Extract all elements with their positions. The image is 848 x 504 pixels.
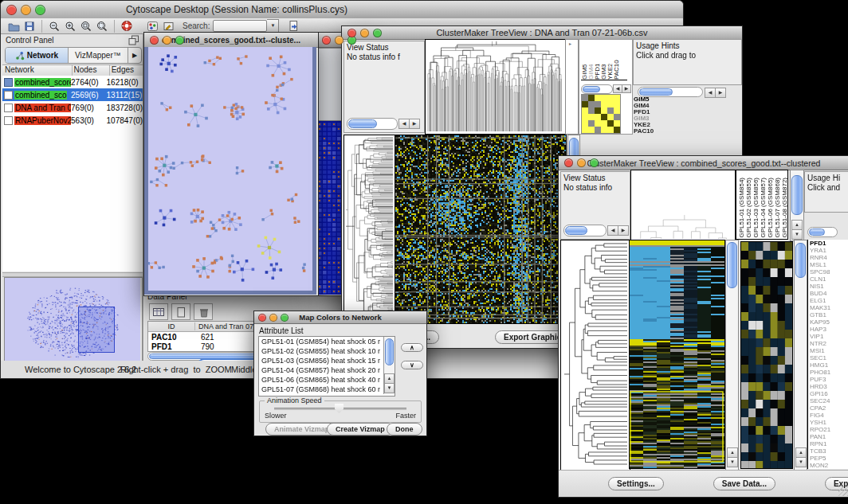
gene-label[interactable]: NTR2	[810, 340, 848, 347]
attribute-list-item[interactable]: GPL51-06 (GSM865) heat shock 40 min	[259, 375, 380, 385]
attribute-list-item[interactable]: GPL51-02 (GSM855) heat shock 10 min	[259, 346, 380, 356]
zoom-window-icon[interactable]	[373, 29, 382, 37]
tv1-col-label[interactable]: GIM5	[581, 64, 587, 80]
create-vizmap-button[interactable]: Create Vizmap	[327, 423, 394, 436]
minimize-icon[interactable]	[21, 5, 31, 15]
tv2-usage-hscrollbar[interactable]	[807, 227, 838, 237]
gene-label[interactable]: RNR4	[810, 254, 848, 261]
search-input[interactable]	[213, 20, 267, 32]
gene-label[interactable]: PEP5	[810, 455, 848, 462]
save-session-button[interactable]	[22, 19, 37, 33]
network-list-row[interactable]: combined_scores_ 2764(0) 16218(0)	[2, 76, 143, 88]
gene-label[interactable]: TCB3	[810, 447, 848, 455]
move-down-button[interactable]: ∨	[401, 361, 423, 369]
tv2-header-vscroll-thumb[interactable]	[791, 175, 803, 215]
tv1-col-label[interactable]: PFD1	[594, 64, 600, 80]
map-dialog-titlebar[interactable]: Map Colors to Network	[254, 311, 426, 324]
zoom-out-button[interactable]	[46, 19, 62, 33]
treeview1-titlebar[interactable]: ClusterMaker TreeView : DNA and Tran 07-…	[342, 26, 742, 40]
attribute-list-vscrollbar[interactable]: ▲ ▼	[383, 337, 395, 394]
gene-label[interactable]: RPO21	[810, 426, 848, 433]
scroll-down-arrow[interactable]: ▼	[795, 457, 807, 467]
gene-label[interactable]: MSI1	[810, 347, 848, 354]
open-session-button[interactable]	[6, 19, 22, 33]
tv2-col-label[interactable]: GPL51-07 (GSM868)	[774, 178, 781, 238]
strip-arrow-icon[interactable]: ▸	[569, 41, 571, 46]
attribute-list-item[interactable]: GPL51-07 (GSM868) heat shock 60 min	[259, 385, 380, 394]
scroll-down-arrow[interactable]: ▼	[727, 457, 738, 467]
network-list-row[interactable]: combined_sco 2569(6) 13112(15)	[2, 88, 143, 101]
tv1-summary-matrix-canvas[interactable]	[581, 94, 621, 134]
minimize-icon[interactable]	[360, 29, 369, 37]
gene-label[interactable]: PHO81	[810, 369, 848, 376]
attribute-list-item[interactable]: GPL51-03 (GSM856) heat shock 15 min	[259, 356, 380, 365]
tv2-usage-hscroll-thumb[interactable]	[809, 229, 825, 236]
gene-label[interactable]: GTB1	[810, 311, 848, 318]
tv2-col-label[interactable]: GPL51-03 (GSM856)	[752, 178, 760, 238]
close-icon[interactable]	[347, 29, 356, 37]
scroll-down-arrow[interactable]: ▼	[384, 383, 395, 393]
tv2-vscroll-thumb[interactable]	[727, 242, 737, 288]
network-list-row[interactable]: DNA and Tran 07 769(0) 183728(0)	[2, 101, 143, 114]
close-icon[interactable]	[6, 5, 17, 15]
tv2-zoom-vscroll-thumb[interactable]	[795, 243, 806, 278]
tv1-status-hscroll-thumb[interactable]	[348, 119, 377, 128]
done-button[interactable]: Done	[387, 423, 422, 436]
close-icon[interactable]	[150, 36, 159, 45]
tv2-status-hscrollbar[interactable]	[563, 225, 607, 236]
minimize-icon[interactable]	[269, 314, 277, 322]
zoom-window-icon[interactable]	[281, 314, 289, 322]
tv2-heatmap[interactable]	[629, 240, 725, 469]
tv2-action-button[interactable]: Save Data...	[713, 477, 775, 490]
network-canvas[interactable]	[148, 47, 312, 291]
gene-label[interactable]: NIS1	[810, 283, 848, 290]
tv2-col-label[interactable]: GPL51-06 (GSM865)	[767, 178, 774, 238]
resize-grip[interactable]	[838, 486, 848, 496]
tv2-row-dendrogram[interactable]	[560, 240, 630, 471]
gene-label[interactable]: ELG1	[810, 297, 848, 304]
main-titlebar[interactable]: Cytoscape Desktop (Session Name: collins…	[1, 1, 683, 19]
delete-attribute-button[interactable]	[194, 303, 213, 320]
gene-label[interactable]: SPC98	[810, 268, 848, 275]
gene-label[interactable]: KAP95	[810, 318, 848, 326]
zoom-window-icon[interactable]	[590, 158, 599, 167]
scroll-right-arrow[interactable]: ▶	[409, 119, 420, 129]
tv2-column-dendrogram[interactable]	[630, 170, 736, 241]
zoom-selected-button[interactable]	[78, 19, 94, 33]
zoom-in-button[interactable]	[62, 19, 78, 33]
zoom-window-icon[interactable]	[175, 36, 184, 45]
tv2-vscrollbar[interactable]: ▲ ▼	[725, 240, 739, 471]
col-edges[interactable]: Edges	[110, 65, 143, 76]
col-nodes[interactable]: Nodes	[73, 65, 110, 76]
attribute-list-item[interactable]: GPL51-04 (GSM857) heat shock 20 min	[259, 365, 380, 375]
tv1-col-label[interactable]: GIM3	[600, 64, 607, 80]
scroll-down-arrow[interactable]: ▼	[791, 229, 803, 240]
tv1-usage-hscroll-thumb[interactable]	[639, 88, 673, 96]
tv1-heatmap[interactable]	[395, 135, 567, 324]
scroll-left-arrow[interactable]: ◀	[705, 88, 716, 98]
vizmapper-button[interactable]	[144, 19, 160, 33]
gene-label[interactable]: PFD1	[810, 240, 848, 247]
id-column-header[interactable]: ID	[148, 322, 195, 330]
tv1-label-hscrollbar[interactable]	[581, 84, 613, 94]
overview-canvas[interactable]	[5, 278, 140, 361]
tv1-label-hscroll-thumb[interactable]	[583, 86, 600, 92]
tv1-column-dendrogram[interactable]	[425, 39, 566, 135]
tab-overflow-button[interactable]: ▶	[128, 48, 141, 63]
gene-label[interactable]: VIP1	[810, 333, 848, 340]
tab-vizmapper[interactable]: VizMapper™	[69, 48, 128, 63]
move-up-button[interactable]: ∧	[401, 343, 423, 352]
tv1-col-label[interactable]: GIM4	[587, 64, 594, 80]
tv2-status-hscroll-thumb[interactable]	[565, 226, 587, 235]
close-icon[interactable]	[564, 158, 573, 167]
create-attribute-button[interactable]	[171, 303, 190, 320]
minimize-icon[interactable]	[163, 36, 171, 45]
gene-label[interactable]: MAK31	[810, 304, 848, 311]
gene-label[interactable]: YRA1	[810, 247, 848, 254]
zoom-window-icon[interactable]	[35, 5, 45, 15]
gene-label[interactable]: FIG4	[810, 412, 848, 419]
tv2-col-label[interactable]: GPL51-08 (GSM872)	[781, 178, 788, 238]
scroll-right-arrow[interactable]: ▶	[618, 225, 629, 236]
attribute-list-vscroll-thumb[interactable]	[385, 338, 394, 365]
attribute-select-button[interactable]	[149, 303, 168, 320]
